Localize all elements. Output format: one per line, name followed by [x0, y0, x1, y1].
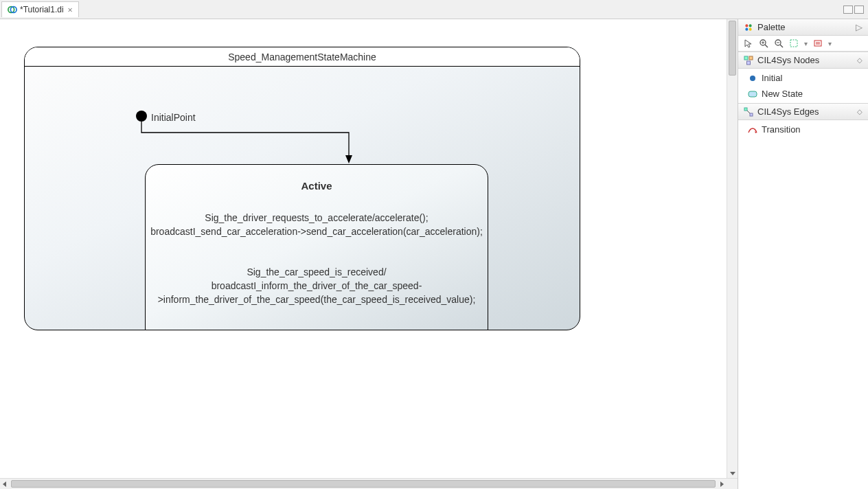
svg-marker-4 — [3, 481, 6, 487]
main-area: Speed_ManagementStateMachine InitialPoin… — [0, 19, 868, 489]
palette-item-initial[interactable]: Initial — [738, 70, 868, 86]
svg-rect-26 — [749, 91, 757, 97]
vertical-scroll-thumb[interactable] — [729, 21, 736, 76]
edges-drawer-header[interactable]: CIL4Sys Edges ◇ — [738, 103, 868, 120]
new-state-icon — [748, 89, 757, 99]
palette-toolbar: ▾ ▾ — [738, 36, 868, 52]
nodes-drawer-title: CIL4Sys Nodes — [757, 55, 819, 65]
svg-point-25 — [750, 76, 755, 81]
svg-marker-5 — [720, 481, 724, 487]
svg-point-6 — [745, 24, 748, 27]
state-behavior-1-line-2: broadcastI_send_car_acceleration->send_c… — [150, 225, 483, 238]
svg-point-7 — [749, 24, 752, 27]
diagram-canvas-area: Speed_ManagementStateMachine InitialPoin… — [0, 19, 738, 489]
palette-item-label: Transition — [762, 124, 801, 135]
svg-point-8 — [745, 27, 748, 30]
note-tool-icon[interactable] — [813, 38, 823, 48]
state-behavior-1-line-1: Sig_the_driver_requests_to_accelerate/ac… — [150, 211, 483, 225]
state-active[interactable]: Active Sig_the_driver_requests_to_accele… — [145, 164, 488, 330]
diagram-canvas[interactable]: Speed_ManagementStateMachine InitialPoin… — [0, 19, 738, 478]
maximize-view-button[interactable] — [854, 5, 864, 14]
select-tool-icon[interactable] — [744, 38, 753, 48]
scroll-left-icon[interactable] — [0, 479, 10, 489]
state-behavior-2: Sig_the_car_speed_is_received/ broadcast… — [158, 265, 476, 307]
svg-rect-24 — [747, 61, 751, 65]
zoom-out-icon[interactable] — [774, 38, 784, 48]
svg-marker-10 — [745, 40, 751, 47]
svg-marker-3 — [730, 472, 735, 475]
palette-collapse-icon[interactable]: ▷ — [856, 22, 863, 32]
marquee-tool-icon[interactable] — [789, 38, 799, 48]
edges-drawer-icon — [744, 107, 753, 117]
state-behavior-2-line-2: broadcastI_inform_the_driver_of_the_car_… — [158, 279, 476, 293]
svg-rect-23 — [749, 56, 753, 60]
svg-line-16 — [780, 45, 783, 47]
svg-line-12 — [765, 45, 768, 47]
close-tab-icon[interactable]: ✕ — [68, 5, 73, 14]
vertical-scrollbar[interactable] — [727, 19, 738, 478]
minimize-view-button[interactable] — [843, 5, 853, 14]
edges-drawer-items: Transition — [738, 120, 868, 139]
initial-point-node[interactable] — [136, 111, 147, 122]
horizontal-scrollbar[interactable] — [0, 478, 738, 489]
editor-tab-tutorial1[interactable]: *Tutorial1.di ✕ — [1, 1, 79, 17]
nodes-drawer-icon — [744, 56, 753, 65]
palette-icon — [744, 23, 753, 32]
chevron-icon: ◇ — [857, 108, 863, 115]
state-behavior-2-line-1: Sig_the_car_speed_is_received/ — [158, 265, 476, 279]
view-controls — [843, 5, 868, 14]
chevron-icon: ◇ — [857, 56, 863, 64]
svg-line-29 — [747, 111, 750, 113]
nodes-drawer-header[interactable]: CIL4Sys Nodes ◇ — [738, 52, 868, 69]
horizontal-scroll-thumb[interactable] — [11, 480, 716, 488]
scroll-down-icon[interactable] — [727, 468, 738, 478]
initial-node-icon — [748, 73, 757, 83]
editor-tab-title: *Tutorial1.di — [20, 5, 64, 14]
papyrus-file-icon — [8, 5, 17, 14]
scroll-right-icon[interactable] — [717, 479, 727, 489]
state-behavior-1: Sig_the_driver_requests_to_accelerate/ac… — [150, 211, 483, 239]
svg-rect-27 — [744, 108, 747, 111]
svg-rect-22 — [744, 56, 748, 60]
palette-item-transition[interactable]: Transition — [738, 122, 868, 137]
state-machine-container[interactable]: Speed_ManagementStateMachine InitialPoin… — [24, 47, 580, 330]
palette-item-new-state[interactable]: New State — [738, 86, 868, 102]
zoom-in-icon[interactable] — [759, 38, 768, 48]
palette-item-label: Initial — [762, 73, 782, 83]
initial-point-label: InitialPoint — [151, 112, 196, 123]
svg-rect-28 — [750, 113, 753, 116]
svg-rect-18 — [790, 40, 797, 47]
dropdown-caret-icon[interactable]: ▾ — [804, 40, 808, 47]
svg-point-9 — [749, 27, 752, 30]
editor-tab-bar: *Tutorial1.di ✕ — [0, 0, 868, 19]
state-behavior-2-line-3: >inform_the_driver_of_the_car_speed(the_… — [158, 293, 476, 306]
svg-rect-19 — [814, 41, 821, 46]
palette-header[interactable]: Palette ▷ — [738, 19, 868, 36]
palette-title: Palette — [757, 22, 785, 32]
transition-icon — [748, 125, 757, 135]
palette-item-label: New State — [762, 89, 803, 99]
palette-panel: Palette ▷ ▾ ▾ — [738, 19, 868, 489]
app-root: *Tutorial1.di ✕ Speed_ManagementStateMac… — [0, 0, 868, 489]
nodes-drawer-items: Initial New State — [738, 69, 868, 103]
dropdown-caret-icon[interactable]: ▾ — [828, 40, 832, 47]
edges-drawer-title: CIL4Sys Edges — [757, 106, 819, 117]
state-machine-title: Speed_ManagementStateMachine — [25, 47, 580, 67]
state-name: Active — [301, 180, 332, 192]
svg-marker-2 — [345, 155, 352, 163]
